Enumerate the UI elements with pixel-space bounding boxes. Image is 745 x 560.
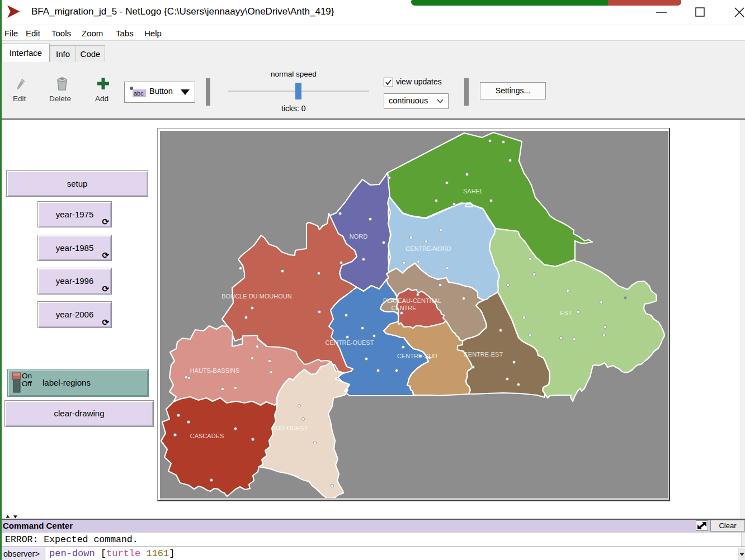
svg-text:NORD: NORD <box>350 233 367 240</box>
svg-text:CENTRE-EST: CENTRE-EST <box>464 351 503 358</box>
svg-text:SUD-OUEST: SUD-OUEST <box>272 425 308 431</box>
svg-text:CENTRE: CENTRE <box>391 305 416 311</box>
svg-text:CENTRE-SUD: CENTRE-SUD <box>397 353 437 359</box>
svg-text:CENTRE-OUEST: CENTRE-OUEST <box>326 339 374 346</box>
svg-text:EST: EST <box>560 310 572 316</box>
svg-text:PLATEAU-CENTRAL: PLATEAU-CENTRAL <box>383 297 441 304</box>
svg-text:CASCADES: CASCADES <box>190 433 224 439</box>
svg-text:abc: abc <box>134 90 144 97</box>
svg-text:CENTRE-NORD: CENTRE-NORD <box>405 245 451 252</box>
svg-text:HAUTS-BASSINS: HAUTS-BASSINS <box>190 367 240 374</box>
svg-text:BOUCLE DU MOUHOUN: BOUCLE DU MOUHOUN <box>221 293 291 300</box>
svg-text:SAHEL: SAHEL <box>463 188 483 194</box>
